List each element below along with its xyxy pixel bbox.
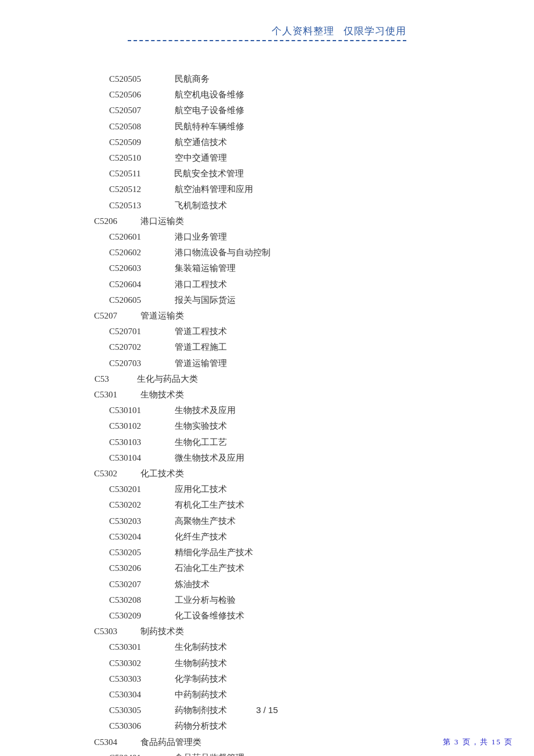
page-header: 个人资料整理 仅限学习使用 [0,24,534,38]
label: 航空机电设备维修 [175,87,244,103]
code: C530303 [109,671,141,687]
code: C530203 [109,513,141,529]
code: C530201 [109,482,141,497]
code: C530306 [109,718,141,734]
label: 中药制药技术 [175,687,227,703]
code: C530204 [109,529,141,545]
label: 化工设备维修技术 [175,608,244,624]
code: C530301 [109,639,141,655]
label: 集装箱运输管理 [175,261,236,276]
code: C530207 [109,577,141,592]
label: 港口业务管理 [175,229,227,245]
label: 精细化学品生产技术 [175,545,253,560]
label: 管道运输类 [140,308,184,324]
label: 民航特种车辆维修 [175,119,244,135]
category-row: C5302化工技术类 [0,466,534,482]
list-item: C530401食品药品监督管理 [0,750,534,756]
category-row: C5207管道运输类 [0,308,534,324]
label: 生化制药技术 [175,639,227,655]
category-row: C5303制药技术类 [0,624,534,639]
list-item: C530202有机化工生产技术 [0,497,534,513]
code: C53 [95,371,109,387]
list-item: C520701管道工程技术 [0,324,534,339]
list-item: C520702管道工程施工 [0,339,534,355]
code: C520605 [109,292,141,308]
page: { "header": { "left": "个人资料整理", "right":… [0,0,534,756]
code: C520505 [109,71,141,87]
list-item: C520510空中交通管理 [0,150,534,166]
code: C530208 [109,592,141,608]
code: C520702 [109,339,141,355]
list-item: C530304中药制药技术 [0,687,534,703]
code: C520603 [109,261,141,276]
label: 管道运输管理 [175,356,227,371]
label: 生物技术及应用 [175,403,236,418]
code: C520513 [109,198,141,214]
list-item: C530203高聚物生产技术 [0,513,534,529]
list-item: C520509航空通信技术 [0,135,534,150]
list-item: C520703管道运输管理 [0,356,534,371]
header-left: 个人资料整理 [272,26,334,37]
code: C520701 [109,324,141,339]
list-item: C530102生物实验技术 [0,418,534,434]
header-right: 仅限学习使用 [344,26,406,37]
code: C530209 [109,608,141,624]
label: 生物技术类 [140,387,184,403]
code: C530103 [109,435,141,450]
list-item: C530101生物技术及应用 [0,403,534,418]
code: C530205 [109,545,141,560]
label: 食品药品管理类 [140,735,201,750]
label: 航空通信技术 [175,135,227,150]
content-list: C520505民航商务C520506航空机电设备维修C520507航空电子设备维… [0,41,534,756]
list-item: C520602港口物流设备与自动控制 [0,245,534,261]
label: 有机化工生产技术 [175,497,244,513]
list-item: C530208工业分析与检验 [0,592,534,608]
label: 应用化工技术 [175,482,227,497]
list-item: C530206石油化工生产技术 [0,560,534,576]
label: 药物分析技术 [175,718,227,734]
code: C520602 [109,245,141,261]
list-item: C530207炼油技术 [0,577,534,592]
page-number-center: 3 / 15 [0,705,534,715]
code: C520506 [109,87,141,103]
label: 高聚物生产技术 [175,513,236,529]
code: C520511 [109,166,140,182]
code: C520703 [109,356,141,371]
code: C530102 [109,418,141,434]
major-category-row: C53生化与药品大类 [0,371,534,387]
label: 生物实验技术 [175,418,227,434]
list-item: C530205精细化学品生产技术 [0,545,534,560]
code: C530104 [109,450,141,466]
category-row: C5301生物技术类 [0,387,534,403]
code: C5206 [94,214,117,229]
label: 管道工程施工 [175,339,227,355]
list-item: C530301生化制药技术 [0,639,534,655]
code: C530401 [109,750,141,756]
code: C520604 [109,277,141,292]
label: 飞机制造技术 [175,198,227,214]
code: C530101 [109,403,141,418]
list-item: C520507航空电子设备维修 [0,103,534,118]
list-item: C530306药物分析技术 [0,718,534,734]
list-item: C520512航空油料管理和应用 [0,182,534,197]
code: C520512 [109,182,141,197]
list-item: C520508民航特种车辆维修 [0,119,534,135]
list-item: C520604港口工程技术 [0,277,534,292]
category-row: C5206港口运输类 [0,214,534,229]
label: 空中交通管理 [175,150,227,166]
label: 石油化工生产技术 [175,560,244,576]
list-item: C530201应用化工技术 [0,482,534,497]
list-item: C530204化纤生产技术 [0,529,534,545]
label: 航空油料管理和应用 [175,182,253,197]
list-item: C520506航空机电设备维修 [0,87,534,103]
code: C5302 [94,466,117,482]
label: 港口工程技术 [175,277,227,292]
code: C520507 [109,103,141,118]
label: 微生物技术及应用 [175,450,244,466]
code: C530202 [109,497,141,513]
label: 民航安全技术管理 [174,166,244,182]
list-item: C530209化工设备维修技术 [0,608,534,624]
list-item: C520603集装箱运输管理 [0,261,534,276]
code: C530206 [109,560,141,576]
list-item: C520605报关与国际货运 [0,292,534,308]
